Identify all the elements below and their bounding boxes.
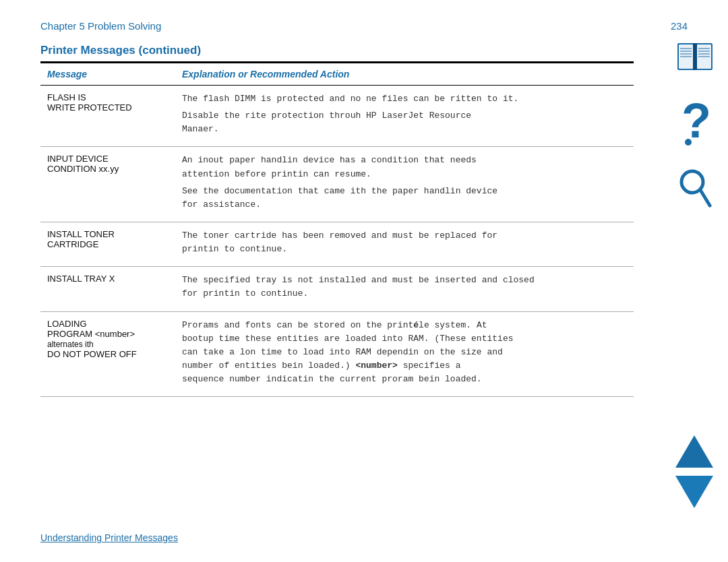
footer-link[interactable]: Understanding Printer Messages (40, 532, 178, 543)
table-row: FLASH ISWRITE PROTECTED The flash DIMM i… (40, 86, 634, 147)
table-header-row: Message Explanation or Recommended Actio… (40, 63, 634, 86)
book-icon[interactable] (674, 40, 716, 78)
description-cell: Prorams and fonts can be stored on the p… (175, 311, 634, 397)
description-cell: An inout paper handlin device has a cond… (175, 147, 634, 222)
arrow-down-icon[interactable] (675, 476, 713, 508)
description-cell: The specified tray is not installed and … (175, 267, 634, 311)
chapter-title: Chapter 5 Problem Solving (40, 20, 161, 32)
sidebar-icons: ? (674, 40, 716, 213)
message-cell: INPUT DEVICECONDITION xx.yy (40, 147, 175, 222)
table-row: LOADINGPROGRAM <number> alternates ith D… (40, 311, 634, 397)
message-cell: LOADINGPROGRAM <number> alternates ith D… (40, 311, 175, 397)
arrow-up-icon[interactable] (675, 435, 713, 468)
svg-text:?: ? (681, 98, 711, 146)
page-header: Chapter 5 Problem Solving 234 (40, 20, 688, 32)
message-cell: INSTALL TONERCARTRIDGE (40, 222, 175, 266)
table-row: INSTALL TRAY X The specified tray is not… (40, 267, 634, 311)
question-icon[interactable]: ? (678, 98, 712, 148)
svg-line-16 (700, 190, 710, 206)
main-content: Message Explanation or Recommended Actio… (40, 61, 634, 397)
col-explanation-header: Explanation or Recommended Action (175, 63, 634, 86)
col-message-header: Message (40, 63, 175, 86)
description-cell: The toner cartride has been removed and … (175, 222, 634, 266)
section-title: Printer Messages (continued) (40, 44, 688, 57)
page-number: 234 (671, 20, 688, 32)
messages-table: Message Explanation or Recommended Actio… (40, 61, 634, 397)
message-cell: INSTALL TRAY X (40, 267, 175, 311)
table-row: INSTALL TONERCARTRIDGE The toner cartrid… (40, 222, 634, 266)
svg-rect-12 (693, 43, 697, 70)
magnifier-icon[interactable] (677, 168, 712, 213)
table-row: INPUT DEVICECONDITION xx.yy An inout pap… (40, 147, 634, 222)
message-cell: FLASH ISWRITE PROTECTED (40, 86, 175, 147)
navigation-arrows (675, 435, 713, 508)
description-cell: The flash DIMM is protected and no ne fi… (175, 86, 634, 147)
svg-point-14 (685, 139, 692, 146)
